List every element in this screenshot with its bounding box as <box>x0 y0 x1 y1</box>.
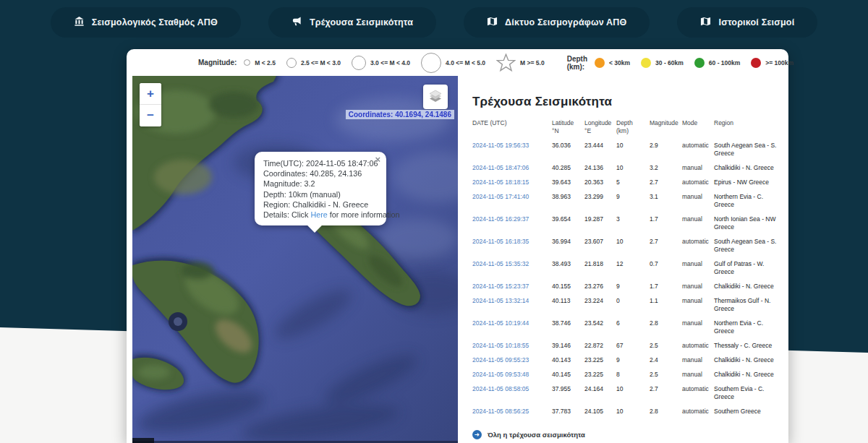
row-latitude: 37.783 <box>552 408 584 416</box>
zoom-in-button[interactable]: + <box>140 83 161 105</box>
map-zoom-control: + − <box>140 83 161 126</box>
popup-depth: Depth: 10km (manual) <box>263 189 378 199</box>
popup-close-icon[interactable]: × <box>375 155 380 164</box>
arrow-circle-icon: ➜ <box>472 430 482 439</box>
depth-dot-icon <box>641 58 651 68</box>
row-longitude: 23.276 <box>584 283 616 291</box>
row-mode: automatic <box>682 179 714 186</box>
row-mode: automatic <box>682 142 714 150</box>
megaphone-icon <box>292 16 302 29</box>
popup-region: Region: Chalkidiki - N. Greece <box>263 199 378 210</box>
row-depth: 5 <box>616 179 650 186</box>
row-magnitude: 2.9 <box>650 142 682 150</box>
row-mode: manual <box>682 371 714 379</box>
row-magnitude: 0.7 <box>650 260 682 268</box>
row-latitude: 40.113 <box>552 297 584 305</box>
row-mode: manual <box>682 260 714 268</box>
row-date-link[interactable]: 2024-11-05 15:35:32 <box>472 260 552 268</box>
row-date-link[interactable]: 2024-11-05 19:56:33 <box>472 142 552 150</box>
row-region: Chalkidiki - N. Greece <box>714 164 783 172</box>
row-date-link[interactable]: 2024-11-05 10:19:44 <box>472 319 552 327</box>
row-mode: automatic <box>682 385 714 393</box>
row-depth: 3 <box>616 215 650 223</box>
row-latitude: 38.746 <box>552 319 584 327</box>
row-date-link[interactable]: 2024-11-05 15:23:37 <box>472 283 552 291</box>
row-date-link[interactable]: 2024-11-05 16:18:35 <box>472 238 552 246</box>
depth-legend-item: >= 100km <box>751 58 793 68</box>
building-icon <box>74 16 85 29</box>
row-region: Epirus - NW Greece <box>714 179 783 186</box>
layers-icon <box>427 88 443 106</box>
zoom-out-button[interactable]: − <box>140 105 161 126</box>
popup-magnitude: Magnitude: 3.2 <box>263 179 378 189</box>
row-date-link[interactable]: 2024-11-05 13:32:14 <box>472 297 552 305</box>
magnitude-circle-icon <box>244 59 250 66</box>
row-magnitude: 3.1 <box>650 193 682 201</box>
map-attribution-strip <box>132 438 154 443</box>
row-region: Northern Evia - C. Greece <box>714 193 783 209</box>
row-latitude: 40.145 <box>552 371 584 379</box>
magnitude-circle-icon <box>421 53 441 73</box>
nav-button-current-seismicity[interactable]: Τρέχουσα Σεισμικότητα <box>268 7 436 38</box>
row-mode: automatic <box>682 408 714 416</box>
row-latitude: 38.493 <box>552 260 584 268</box>
map-icon <box>700 16 711 29</box>
table-row: 2024-11-05 10:19:44 38.746 23.542 6 2.8 … <box>467 316 783 338</box>
nav-button-label: Τρέχουσα Σεισμικότητα <box>310 17 413 27</box>
row-date-link[interactable]: 2024-11-05 09:55:23 <box>472 356 552 364</box>
row-depth: 10 <box>616 385 650 393</box>
row-region: South Aegean Sea - S. Greece <box>714 238 783 254</box>
row-longitude: 21.818 <box>584 260 616 268</box>
row-longitude: 23.225 <box>584 356 616 364</box>
row-mode: manual <box>682 215 714 223</box>
row-date-link[interactable]: 2024-11-05 17:41:40 <box>472 193 552 201</box>
row-date-link[interactable]: 2024-11-05 08:56:25 <box>472 408 552 416</box>
magnitude-circle-icon <box>286 58 297 68</box>
row-longitude: 20.363 <box>584 179 616 186</box>
row-latitude: 39.654 <box>552 215 584 223</box>
row-latitude: 40.143 <box>552 356 584 364</box>
row-magnitude: 2.8 <box>650 319 682 327</box>
row-latitude: 36.994 <box>552 238 584 246</box>
col-longitude: Longitude°E <box>584 119 616 134</box>
table-header: DATE (UTC) Latitude°N Longitude°E Depth(… <box>467 109 783 138</box>
row-latitude: 39.643 <box>552 179 584 186</box>
table-row: 2024-11-05 15:35:32 38.493 21.818 12 0.7… <box>467 257 783 279</box>
magnitude-legend-item: 3.0 <= M < 4.0 <box>352 56 410 70</box>
row-depth: 9 <box>616 283 650 291</box>
map-icon <box>487 16 498 29</box>
row-date-link[interactable]: 2024-11-05 08:58:05 <box>472 385 552 393</box>
row-date-link[interactable]: 2024-11-05 16:29:37 <box>472 215 552 223</box>
depth-dot-icon <box>751 58 761 68</box>
panel-link[interactable]: ➜ Όλη η τρέχουσα σεισμικότητα <box>472 430 783 439</box>
row-depth: 10 <box>616 408 650 416</box>
row-mode: manual <box>682 193 714 201</box>
row-latitude: 40.285 <box>552 164 584 172</box>
satellite-map[interactable]: + − Coordinates: 40.1694, 24.1486 × Time… <box>132 76 458 443</box>
map-layers-button[interactable] <box>423 85 448 109</box>
col-mode: Mode <box>682 119 714 134</box>
col-magnitude: Magnitude <box>650 119 682 134</box>
row-date-link[interactable]: 2024-11-05 18:18:15 <box>472 179 552 186</box>
row-magnitude: 1.7 <box>650 215 682 223</box>
row-longitude: 23.607 <box>584 238 616 246</box>
row-region: Chalkidiki - N. Greece <box>714 283 783 291</box>
row-region: Southern Evia - C. Greece <box>714 385 783 401</box>
table-row: 2024-11-05 10:18:55 39.146 22.872 67 2.5… <box>467 338 783 353</box>
row-date-link[interactable]: 2024-11-05 09:53:48 <box>472 371 552 379</box>
map-coordinates-readout: Coordinates: 40.1694, 24.1486 <box>346 110 454 119</box>
popup-here-link[interactable]: Here <box>310 210 327 219</box>
panel-link-label: Όλη η τρέχουσα σεισμικότητα <box>488 431 585 439</box>
row-mode: manual <box>682 283 714 291</box>
depth-dot-icon <box>694 58 705 68</box>
nav-button-historical-earthquakes[interactable]: Ιστορικοί Σεισμοί <box>677 7 817 38</box>
table-row: 2024-11-05 18:47:06 40.285 24.136 10 3.2… <box>467 160 783 175</box>
row-date-link[interactable]: 2024-11-05 18:47:06 <box>472 164 552 172</box>
row-magnitude: 1.7 <box>650 283 682 291</box>
row-latitude: 36.036 <box>552 142 584 150</box>
row-mode: automatic <box>682 238 714 246</box>
nav-button-seismograph-network[interactable]: Δίκτυο Σεισμογράφων ΑΠΘ <box>464 7 650 38</box>
row-depth: 10 <box>616 238 650 246</box>
nav-button-seismological-station[interactable]: Σεισμολογικός Σταθμός ΑΠΘ <box>51 7 241 38</box>
row-date-link[interactable]: 2024-11-05 10:18:55 <box>472 342 552 350</box>
